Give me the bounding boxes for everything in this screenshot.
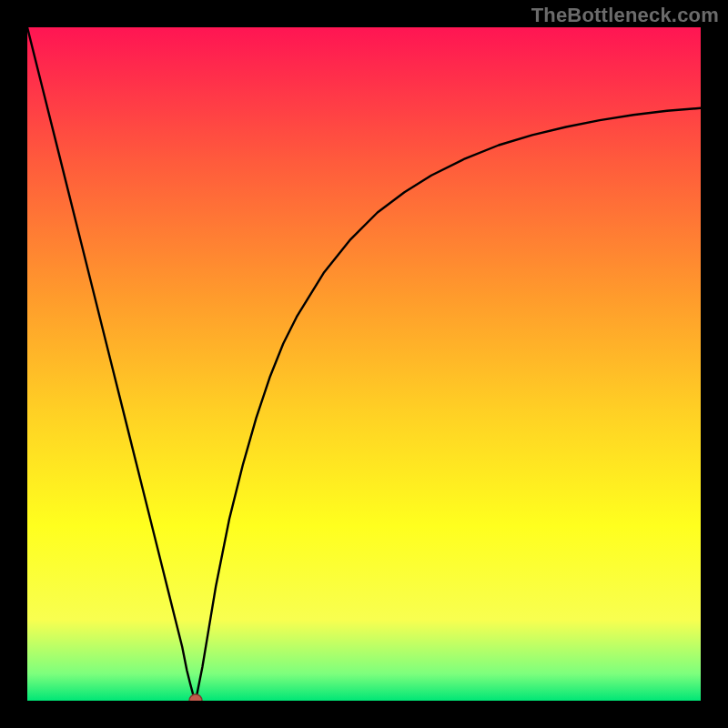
minimum-point-dot	[189, 694, 202, 701]
chart-frame: TheBottleneck.com	[0, 0, 728, 728]
watermark-text: TheBottleneck.com	[531, 4, 719, 27]
plot-area	[27, 27, 701, 701]
gradient-background	[27, 27, 701, 701]
plot-svg	[27, 27, 701, 701]
